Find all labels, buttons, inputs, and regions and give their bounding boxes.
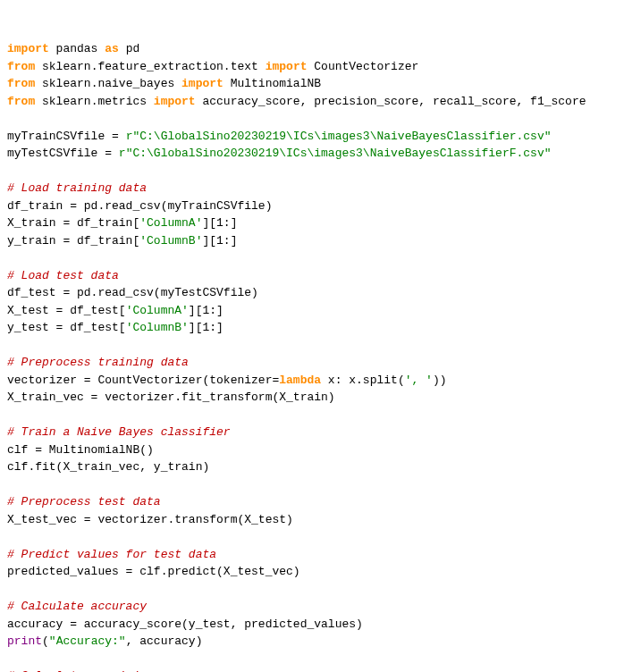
comment: # Predict values for test data xyxy=(7,548,216,561)
text: pandas xyxy=(49,42,105,55)
text: x: x.split( xyxy=(321,374,405,387)
text: sklearn.feature_extraction.text xyxy=(35,60,265,73)
string: "Accuracy:" xyxy=(49,634,126,648)
keyword: as xyxy=(105,42,119,55)
string: 'ColumnB' xyxy=(139,234,202,248)
comment: # Preprocess training data xyxy=(7,356,189,369)
text: , accuracy) xyxy=(126,634,203,648)
text: y_test = df_test[ xyxy=(7,321,126,334)
text: sklearn.naive_bayes xyxy=(35,77,181,90)
function: print xyxy=(7,634,42,648)
string: 'ColumnA' xyxy=(139,216,202,230)
code-block: import pandas as pd from sklearn.feature… xyxy=(7,40,617,672)
text: ][1:] xyxy=(189,321,223,334)
string: 'ColumnA' xyxy=(126,304,189,317)
keyword: import xyxy=(154,95,196,108)
text: X_test = df_test[ xyxy=(7,304,126,317)
text: X_test_vec = vectorizer.transform(X_test… xyxy=(7,513,293,526)
string: 'ColumnB' xyxy=(126,321,189,334)
text: myTestCSVfile = xyxy=(7,147,119,160)
text: ][1:] xyxy=(189,304,223,317)
comment: # Load training data xyxy=(7,181,147,195)
text: sklearn.metrics xyxy=(35,95,154,108)
string: ', ' xyxy=(405,374,433,387)
keyword: import xyxy=(266,60,308,73)
comment: # Train a Naive Bayes classifier xyxy=(7,425,231,439)
comment: # Load test data xyxy=(7,269,119,282)
text: y_train = df_train[ xyxy=(7,234,139,248)
keyword: from xyxy=(7,60,35,73)
text: X_train_vec = vectorizer.fit_transform(X… xyxy=(7,391,335,404)
text: df_train = pd.read_csv(myTrainCSVfile) xyxy=(7,199,272,213)
text: ][1:] xyxy=(202,216,237,230)
comment: # Preprocess test data xyxy=(7,495,161,508)
keyword: lambda xyxy=(279,374,321,387)
text: pd xyxy=(119,42,139,55)
comment: # Calculate accuracy xyxy=(7,600,147,613)
text: myTrainCSVfile = xyxy=(7,130,126,143)
keyword: import xyxy=(7,42,49,55)
text: clf = MultinomialNB() xyxy=(7,443,154,457)
keyword: from xyxy=(7,77,35,90)
keyword: import xyxy=(181,77,223,90)
text: accuracy = accuracy_score(y_test, predic… xyxy=(7,617,363,631)
text: df_test = pd.read_csv(myTestCSVfile) xyxy=(7,286,258,299)
text: ( xyxy=(42,634,49,648)
keyword: from xyxy=(7,95,35,108)
text: )) xyxy=(433,374,447,387)
text: vectorizer = CountVectorizer(tokenizer= xyxy=(7,374,279,387)
text: CountVectorizer xyxy=(307,60,418,73)
text: predicted_values = clf.predict(X_test_ve… xyxy=(7,565,300,578)
string: r"C:\GlobalSino20230219\ICs\images3\Naiv… xyxy=(119,147,552,160)
text: ][1:] xyxy=(202,234,237,248)
string: r"C:\GlobalSino20230219\ICs\images3\Naiv… xyxy=(126,130,552,143)
text: X_train = df_train[ xyxy=(7,216,139,230)
text: MultinomialNB xyxy=(223,77,321,90)
text: accuracy_score, precision_score, recall_… xyxy=(196,95,586,108)
text: clf.fit(X_train_vec, y_train) xyxy=(7,460,209,474)
